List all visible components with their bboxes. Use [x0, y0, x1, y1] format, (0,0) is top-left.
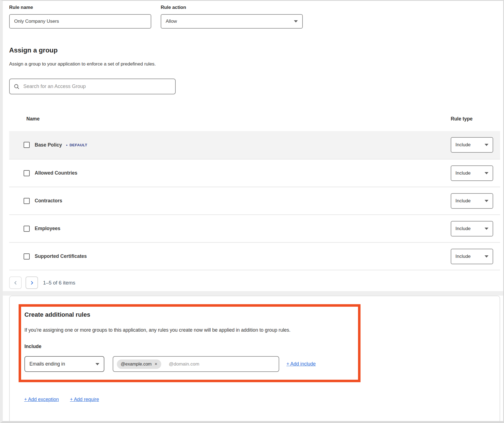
badge-bullet: • [66, 143, 67, 147]
group-name: Allowed Countries [35, 170, 77, 176]
rule-links-row: + Add exception + Add require [24, 397, 500, 402]
include-section-label: Include [24, 344, 352, 349]
rule-type-value: Include [455, 198, 471, 204]
table-row: Employees Include [9, 214, 500, 242]
rule-type-select[interactable]: Include [451, 221, 493, 236]
pagination: 1–5 of 6 items [9, 276, 500, 289]
rule-name-field-group: Rule name [9, 5, 151, 29]
highlight-outline: Create additional rules If you're assign… [19, 304, 361, 382]
row-checkbox[interactable] [24, 253, 30, 260]
condition-value: Emails ending in [29, 361, 65, 367]
additional-rules-card: Create additional rules If you're assign… [9, 296, 500, 421]
chevron-down-icon [485, 144, 488, 146]
search-input[interactable] [23, 84, 171, 89]
column-header-name: Name [26, 116, 451, 122]
row-checkbox[interactable] [24, 142, 30, 148]
group-name: Base Policy [35, 142, 62, 148]
condition-select[interactable]: Emails ending in [24, 356, 104, 372]
previous-page-button[interactable] [9, 276, 22, 289]
table-row: Base Policy • DEFAULT Include [9, 131, 500, 159]
add-exception-link[interactable]: + Add exception [24, 397, 59, 402]
rule-type-value: Include [455, 226, 471, 231]
rule-type-select[interactable]: Include [451, 193, 493, 209]
chevron-down-icon [294, 20, 298, 22]
pagination-range-text: 1–5 of 6 items [43, 280, 75, 286]
badge-label: DEFAULT [69, 143, 87, 147]
access-group-search[interactable] [9, 79, 176, 94]
close-icon[interactable]: ✕ [154, 362, 157, 366]
next-page-button[interactable] [26, 276, 38, 289]
column-header-rule-type: Rule type [451, 116, 495, 122]
access-groups-table: Name Rule type Base Policy • DEFAULT Inc… [9, 107, 500, 270]
section-divider [3, 291, 503, 296]
rule-type-value: Include [455, 170, 471, 176]
group-name: Contractors [35, 198, 62, 204]
chip-label: @example.com [121, 362, 152, 367]
additional-rules-heading: Create additional rules [24, 311, 352, 318]
chevron-down-icon [485, 200, 488, 202]
assign-group-description: Assign a group to your application to en… [9, 61, 500, 67]
rule-type-select[interactable]: Include [451, 165, 493, 181]
add-include-link[interactable]: + Add include [286, 361, 316, 367]
rule-action-field-group: Rule action Allow [161, 5, 303, 29]
add-require-link[interactable]: + Add require [70, 397, 99, 402]
rule-name-label: Rule name [9, 5, 151, 10]
rule-type-select[interactable]: Include [451, 249, 493, 264]
domain-text-input[interactable] [169, 361, 275, 367]
default-badge: • DEFAULT [66, 143, 87, 147]
group-name: Employees [35, 226, 60, 231]
rule-action-select[interactable]: Allow [161, 14, 303, 29]
chevron-left-icon [13, 281, 18, 285]
table-row: Allowed Countries Include [9, 159, 500, 187]
rule-name-input[interactable] [9, 14, 151, 29]
chevron-right-icon [30, 281, 34, 285]
table-row: Supported Certificates Include [9, 242, 500, 270]
email-domains-input[interactable]: @example.com ✕ [113, 356, 279, 372]
search-icon [14, 84, 20, 90]
rule-action-value: Allow [166, 19, 177, 24]
additional-rules-description: If you're assigning one or more groups t… [24, 327, 352, 333]
rule-type-value: Include [455, 254, 471, 259]
rule-action-label: Rule action [161, 5, 303, 10]
chevron-down-icon [485, 255, 488, 258]
table-header-row: Name Rule type [9, 107, 500, 131]
row-checkbox[interactable] [24, 226, 30, 232]
group-name: Supported Certificates [35, 253, 87, 259]
rule-type-select[interactable]: Include [451, 137, 493, 153]
row-checkbox[interactable] [24, 198, 30, 204]
chevron-down-icon [485, 172, 488, 174]
include-rule-row: Emails ending in @example.com ✕ + Add in… [24, 356, 352, 372]
row-checkbox[interactable] [24, 170, 30, 176]
page-frame: Rule name Rule action Allow Assign a gro… [0, 0, 504, 423]
chevron-down-icon [485, 228, 488, 230]
rule-type-value: Include [455, 142, 471, 148]
table-row: Contractors Include [9, 187, 500, 214]
assign-group-heading: Assign a group [9, 46, 500, 54]
rule-form-row: Rule name Rule action Allow [9, 5, 500, 29]
email-domain-chip: @example.com ✕ [117, 359, 161, 369]
chevron-down-icon [95, 363, 99, 365]
